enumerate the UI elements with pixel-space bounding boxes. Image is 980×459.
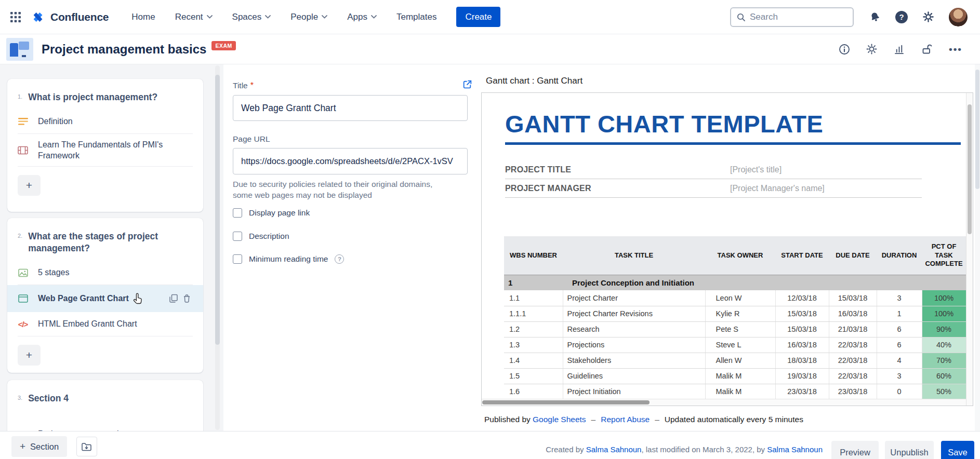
gantt-cell-task: Project Charter	[563, 290, 705, 306]
nav-item-templates[interactable]: Templates	[396, 12, 436, 22]
gantt-row: 1.2ResearchPete S15/03/1821/03/18690%	[504, 321, 966, 337]
unlock-icon[interactable]	[921, 43, 933, 56]
section-number: 3.	[18, 393, 22, 404]
author-link[interactable]: Salma Sahnoun	[767, 445, 823, 454]
nav-item-people[interactable]: People	[290, 12, 327, 22]
page-scrollbar-thumb[interactable]	[975, 70, 979, 189]
plus-icon: +	[20, 441, 25, 452]
page-url-input[interactable]	[233, 148, 468, 174]
help-question-icon[interactable]: ?	[335, 254, 344, 264]
macro-preview-label: Gantt chart : Gantt Chart	[486, 76, 582, 86]
gantt-cell-start: 16/03/18	[775, 337, 829, 353]
nav-item-recent[interactable]: Recent	[175, 12, 213, 22]
search-input[interactable]	[750, 12, 847, 22]
search-icon	[736, 12, 746, 22]
gantt-cell-due: 16/03/18	[829, 306, 877, 321]
gantt-row: 1.1.1Project Charter RevisionsKylie R15/…	[504, 306, 966, 321]
gantt-horizontal-scrollbar-thumb[interactable]	[482, 400, 650, 404]
google-sheets-link[interactable]: Google Sheets	[533, 415, 586, 424]
gantt-cell-pct: 60%	[922, 368, 966, 384]
trash-icon[interactable]	[183, 294, 191, 303]
add-section-button[interactable]: + Section	[11, 436, 67, 457]
mouse-cursor-icon	[133, 292, 145, 305]
page-settings-gear-icon[interactable]	[866, 43, 878, 55]
nav-item-apps[interactable]: Apps	[347, 12, 377, 22]
web-page-icon	[18, 294, 28, 303]
gantt-cell-wbs: 1.1.1	[504, 306, 563, 321]
add-item-button[interactable]: +	[18, 175, 41, 196]
gantt-section-row: 1 Project Conception and Initiation	[504, 275, 966, 290]
settings-gear-icon[interactable]	[922, 11, 934, 23]
section-title: What is project management?	[28, 91, 157, 103]
footer-bar: + Section Created by Salma Sahnoun, last…	[0, 431, 980, 459]
gantt-cell-due: 22/03/18	[829, 337, 877, 353]
info-icon[interactable]	[839, 44, 850, 55]
help-icon[interactable]: ?	[895, 11, 908, 23]
user-avatar[interactable]	[949, 8, 968, 26]
preview-button[interactable]: Preview	[831, 441, 879, 459]
gantt-cell-start: 12/03/18	[775, 290, 829, 306]
gantt-cell-duration: 4	[877, 353, 922, 368]
url-help-text: Due to security policies related to thei…	[233, 179, 451, 201]
published-by-line: Published by Google Sheets – Report Abus…	[484, 415, 803, 424]
import-section-button[interactable]	[76, 437, 97, 456]
title-input[interactable]	[233, 95, 468, 121]
gantt-row: 1.5GuidelinesMalik M19/03/1822/03/18360%	[504, 368, 966, 384]
gantt-cell-task: Guidelines	[563, 368, 705, 384]
gantt-cell-due: 22/03/18	[829, 368, 877, 384]
notifications-bell-icon[interactable]	[869, 11, 881, 23]
video-icon	[18, 146, 28, 155]
gantt-vertical-scrollbar	[966, 93, 973, 406]
checkbox-icon[interactable]	[233, 208, 242, 218]
nav-item-spaces[interactable]: Spaces	[232, 12, 271, 22]
add-item-button[interactable]: +	[18, 345, 41, 366]
gantt-cell-wbs: 1.1	[504, 290, 563, 306]
gantt-header-row: WBS NUMBER TASK TITLE TASK OWNER START D…	[504, 236, 966, 275]
minimum-reading-time-checkbox[interactable]: Minimum reading time ?	[233, 254, 344, 264]
gantt-cell-owner: Kylie R	[705, 306, 775, 321]
author-link[interactable]: Salma Sahnoun	[586, 445, 642, 454]
copy-icon[interactable]	[169, 294, 178, 303]
description-checkbox[interactable]: Description	[233, 232, 289, 241]
gantt-title-rule	[505, 142, 961, 145]
checkbox-icon[interactable]	[233, 232, 242, 241]
save-button[interactable]: Save	[941, 441, 974, 459]
open-external-link-icon[interactable]	[462, 79, 473, 90]
gantt-row: 1.3ProjectionsSteve L16/03/1822/03/18640…	[504, 337, 966, 353]
display-page-link-checkbox[interactable]: Display page link	[233, 208, 310, 218]
section-title: Section 4	[28, 393, 69, 404]
nav-item-home[interactable]: Home	[131, 12, 155, 22]
more-actions-icon[interactable]: •••	[949, 44, 962, 55]
gantt-cell-start: 18/03/18	[775, 353, 829, 368]
checkbox-icon[interactable]	[233, 254, 242, 264]
gantt-cell-task: Project Initiation	[563, 384, 705, 399]
unpublish-button[interactable]: Unpublish	[885, 441, 934, 459]
main-menu: Home Recent Spaces People Apps Templates	[131, 12, 436, 22]
section-card-1: 1. What is project management? Definitio…	[7, 79, 203, 212]
chevron-down-icon	[207, 15, 213, 19]
create-button[interactable]: Create	[456, 7, 500, 27]
sidebar-item-5-stages[interactable]: 5 stages	[18, 261, 193, 285]
confluence-logo[interactable]: Confluence	[32, 10, 109, 24]
gantt-cell-due: 21/03/18	[829, 321, 877, 337]
report-abuse-link[interactable]: Report Abuse	[601, 415, 650, 424]
sidebar-item-web-page-grantt-chart[interactable]: Web Page Grantt Chart	[7, 285, 203, 312]
sidebar-scrollbar-thumb[interactable]	[215, 75, 220, 345]
sidebar-scrollbar	[215, 65, 220, 430]
page-header: Project management basics EXAM	[0, 34, 980, 64]
sidebar-item-html-embed-grantt-chart[interactable]: </> HTML Embed Grantt Chart	[18, 312, 193, 336]
project-manager-row: PROJECT MANAGER [Project Manager's name]	[505, 179, 922, 198]
brand-name: Confluence	[50, 11, 109, 23]
gantt-cell-duration: 6	[877, 337, 922, 353]
sidebar-item-fundamentals[interactable]: Learn The Fundamentals of PMI's Framewor…	[18, 134, 193, 166]
gantt-vertical-scrollbar-thumb[interactable]	[968, 104, 972, 234]
gantt-cell-pct: 100%	[922, 290, 966, 306]
app-switcher-icon[interactable]	[8, 10, 23, 24]
gantt-cell-start: 15/03/18	[775, 321, 829, 337]
analytics-chart-icon[interactable]	[893, 43, 905, 55]
chevron-down-icon	[322, 15, 327, 19]
gantt-cell-owner: Steve L	[705, 337, 775, 353]
sidebar-item-definition[interactable]: Definition	[18, 110, 193, 133]
gantt-cell-wbs: 1.5	[504, 368, 563, 384]
search-box[interactable]	[730, 7, 854, 27]
